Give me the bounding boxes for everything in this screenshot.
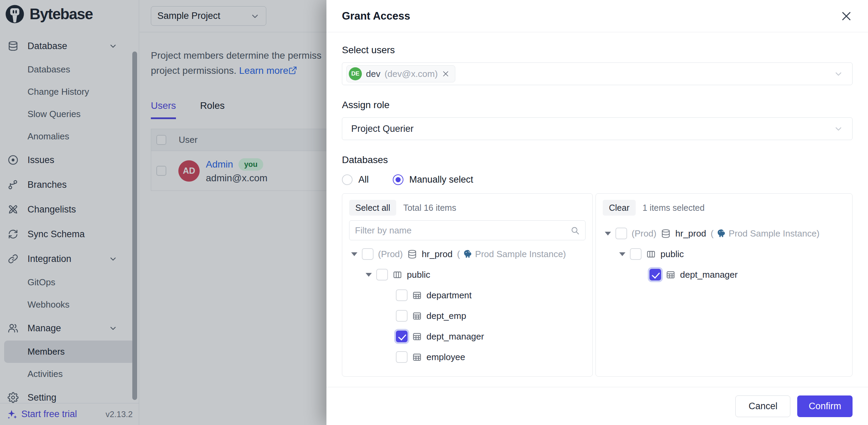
tree-row-table[interactable]: employee	[349, 347, 586, 367]
tree-row-table[interactable]: dept_manager	[603, 264, 845, 285]
checkbox-checked[interactable]	[649, 269, 661, 280]
radio-all[interactable]: All	[342, 174, 369, 185]
avatar: DE	[349, 67, 362, 80]
database-icon	[661, 229, 671, 239]
radio-circle	[342, 174, 353, 185]
tree-row-database[interactable]: (Prod) hr_prod ( Prod Sample Instance)	[603, 223, 845, 244]
modal-header: Grant Access	[326, 0, 868, 32]
database-name: hr_prod	[675, 228, 706, 239]
tree-row-schema[interactable]: public	[603, 244, 845, 264]
close-icon[interactable]	[840, 10, 853, 22]
schema-name: public	[407, 269, 430, 280]
tree-row-database[interactable]: (Prod) hr_prod ( Prod Sample Instance)	[349, 244, 586, 264]
tree-row-table[interactable]: dept_manager	[349, 326, 586, 347]
paren: (	[457, 249, 460, 260]
filter-input-wrap	[349, 220, 586, 240]
environment-label: (Prod)	[632, 228, 656, 239]
table-icon	[412, 332, 422, 342]
radio-all-label: All	[358, 174, 369, 185]
selected-user-chip: DE dev (dev@x.com)	[346, 65, 455, 82]
postgresql-icon	[463, 249, 472, 259]
role-select[interactable]: Project Querier	[342, 117, 853, 140]
select-all-button[interactable]: Select all	[349, 200, 396, 216]
users-select[interactable]: DE dev (dev@x.com)	[342, 62, 853, 85]
select-users-label: Select users	[342, 45, 853, 56]
source-tree: (Prod) hr_prod ( Prod Sample Instance)	[349, 244, 586, 367]
table-name: dept_manager	[680, 269, 738, 280]
selected-tree: (Prod) hr_prod ( Prod Sample Instance)	[603, 223, 845, 285]
chip-user-name: dev	[366, 69, 380, 79]
radio-manual-label: Manually select	[409, 174, 473, 185]
instance-label: ( Prod Sample Instance)	[457, 249, 566, 260]
source-pane: Select all Total 16 items (Prod) hr_prod	[342, 193, 593, 377]
database-icon	[407, 249, 417, 259]
database-scope-radios: All Manually select	[342, 174, 853, 185]
filter-input[interactable]	[355, 225, 570, 236]
table-name: employee	[426, 352, 465, 363]
total-items-label: Total 16 items	[403, 203, 456, 213]
caret-down-icon[interactable]	[366, 273, 372, 277]
tree-row-schema[interactable]: public	[349, 264, 586, 285]
checkbox[interactable]	[396, 289, 408, 301]
caret-down-icon[interactable]	[619, 252, 625, 256]
schema-icon	[646, 249, 656, 259]
environment-label: (Prod)	[378, 249, 403, 260]
modal-footer: Cancel Confirm	[326, 387, 868, 425]
postgresql-icon	[716, 229, 726, 238]
table-icon	[412, 352, 422, 362]
checkbox[interactable]	[615, 228, 627, 239]
schema-name: public	[660, 249, 684, 260]
instance-name: Prod Sample Instance)	[729, 228, 820, 239]
remove-user-icon[interactable]	[442, 70, 449, 78]
paren: (	[711, 228, 714, 239]
database-transfer: Select all Total 16 items (Prod) hr_prod	[342, 193, 853, 377]
search-icon	[570, 226, 580, 235]
radio-manually-select[interactable]: Manually select	[393, 174, 473, 185]
instance-name: Prod Sample Instance)	[475, 249, 566, 260]
chip-user-email: (dev@x.com)	[385, 69, 438, 79]
cancel-button[interactable]: Cancel	[735, 395, 790, 417]
table-name: dept_manager	[426, 331, 484, 342]
selected-count-label: 1 items selected	[643, 203, 705, 213]
checkbox[interactable]	[630, 248, 642, 260]
table-icon	[412, 311, 422, 321]
assign-role-label: Assign role	[342, 100, 853, 111]
tree-row-table[interactable]: dept_emp	[349, 306, 586, 326]
chevron-down-icon	[834, 69, 843, 79]
checkbox-checked[interactable]	[396, 331, 408, 342]
tree-row-table[interactable]: department	[349, 285, 586, 306]
caret-down-icon[interactable]	[605, 232, 611, 236]
checkbox[interactable]	[396, 351, 408, 363]
selected-pane: Clear 1 items selected (Prod) hr_prod ( …	[596, 193, 853, 377]
schema-icon	[392, 270, 402, 280]
confirm-button[interactable]: Confirm	[797, 395, 853, 417]
checkbox[interactable]	[362, 248, 374, 260]
table-name: dept_emp	[426, 311, 466, 321]
database-name: hr_prod	[422, 249, 453, 260]
modal-body: Select users DE dev (dev@x.com) Assign r…	[326, 32, 868, 387]
role-select-value: Project Querier	[346, 124, 414, 134]
checkbox[interactable]	[376, 269, 388, 280]
instance-label: ( Prod Sample Instance)	[711, 228, 820, 239]
radio-circle-selected	[393, 174, 403, 185]
chevron-down-icon	[834, 124, 843, 134]
table-icon	[666, 270, 676, 280]
table-icon	[412, 290, 422, 300]
clear-button[interactable]: Clear	[603, 200, 636, 216]
checkbox[interactable]	[396, 310, 408, 322]
table-name: department	[426, 290, 472, 301]
grant-access-modal: Grant Access Select users DE dev (dev@x.…	[326, 0, 868, 425]
modal-title: Grant Access	[342, 10, 410, 22]
caret-down-icon[interactable]	[351, 252, 357, 256]
databases-label: Databases	[342, 154, 853, 165]
